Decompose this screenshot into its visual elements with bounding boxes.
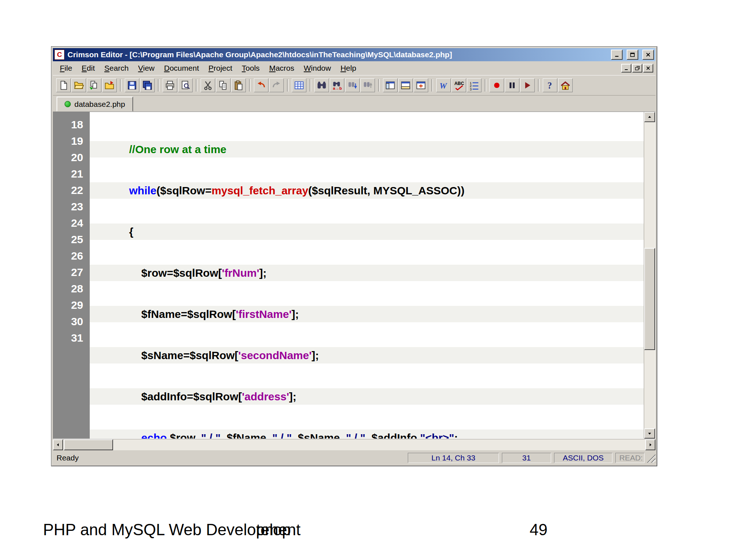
new-file-button[interactable] <box>56 78 71 92</box>
title-bar[interactable]: C Crimson Editor - [C:\Program Files\Apa… <box>53 48 655 61</box>
toolbar: a→b W ABC 123 <box>53 75 655 96</box>
reload-file-button[interactable] <box>87 78 101 92</box>
menu-search[interactable]: Search <box>100 62 133 74</box>
window-resize-grip[interactable] <box>646 453 655 463</box>
vertical-scroll-track[interactable] <box>644 122 655 428</box>
status-encoding: ASCII, DOS <box>554 453 612 463</box>
scroll-right-button[interactable] <box>645 439 655 450</box>
menu-window[interactable]: Window <box>299 62 336 74</box>
printer-icon <box>165 80 175 90</box>
menu-document[interactable]: Document <box>159 62 204 74</box>
print-preview-button[interactable] <box>178 78 193 92</box>
code-segment: echo <box>93 432 167 439</box>
tab-database2-php[interactable]: database2.php <box>57 97 133 112</box>
binoculars-down-icon <box>347 80 357 90</box>
line-number: 24 <box>53 215 90 231</box>
record-macro-button[interactable] <box>489 78 504 92</box>
toggle-project-pane-button[interactable] <box>383 78 398 92</box>
find-next-button[interactable] <box>345 78 360 92</box>
menu-project[interactable]: Project <box>204 62 237 74</box>
play-macro-button[interactable] <box>520 78 535 92</box>
undo-button[interactable] <box>254 78 268 92</box>
home-button[interactable] <box>558 78 573 92</box>
code-line: //One row at a time <box>90 141 644 158</box>
copy-icon <box>218 80 228 90</box>
open-file-button[interactable] <box>71 78 86 92</box>
close-icon <box>646 66 651 71</box>
find-button[interactable] <box>314 78 329 92</box>
horizontal-scrollbar[interactable] <box>53 439 655 450</box>
toggle-output-pane-button[interactable] <box>398 78 413 92</box>
arrow-right-icon <box>648 443 653 447</box>
print-button[interactable] <box>163 78 177 92</box>
redo-arrow-icon <box>271 80 282 90</box>
paste-button[interactable] <box>231 78 246 92</box>
copy-button[interactable] <box>216 78 231 92</box>
code-text-area[interactable]: //One row at a time while($sqlRow=mysql_… <box>90 112 644 439</box>
horizontal-scroll-track[interactable] <box>63 439 645 450</box>
menu-macros[interactable]: Macros <box>264 62 299 74</box>
word-wrap-button[interactable]: W <box>436 78 451 92</box>
code-segment: $sName=$sqlRow[ <box>93 349 238 361</box>
editor-area[interactable]: 18 19 20 21 22 23 24 25 26 27 28 29 30 3… <box>53 112 655 439</box>
line-number: 23 <box>53 198 90 215</box>
redo-button[interactable] <box>269 78 284 92</box>
find-previous-button[interactable] <box>360 78 375 92</box>
status-total-lines: 31 <box>502 453 551 463</box>
save-button[interactable] <box>125 78 139 92</box>
full-screen-button[interactable] <box>414 78 428 92</box>
toolbar-separator <box>120 79 121 92</box>
vertical-scrollbar[interactable] <box>644 112 655 439</box>
code-segment: 'firstName' <box>236 308 292 320</box>
mdi-minimize-button[interactable] <box>621 64 631 73</box>
vertical-scroll-thumb[interactable] <box>644 248 655 350</box>
line-number: 22 <box>53 182 90 198</box>
code-segment: . $sName. <box>292 432 346 439</box>
save-all-button[interactable] <box>140 78 155 92</box>
menu-help[interactable]: Help <box>336 62 361 74</box>
binoculars-up-icon <box>363 80 373 90</box>
scroll-left-button[interactable] <box>53 439 63 450</box>
line-number: 28 <box>53 280 90 297</box>
code-segment: ($sqlRow= <box>156 184 212 197</box>
code-segment: while <box>93 184 156 197</box>
save-icon <box>127 80 137 90</box>
mdi-restore-button[interactable] <box>632 64 642 73</box>
spell-check-button[interactable]: ABC <box>452 78 466 92</box>
minimize-button[interactable] <box>611 50 623 60</box>
close-icon <box>645 52 651 58</box>
toolbar-separator <box>249 79 251 92</box>
tab-bar: database2.php <box>53 96 655 112</box>
mdi-close-button[interactable] <box>643 64 653 73</box>
horizontal-scroll-thumb[interactable] <box>64 439 113 450</box>
scroll-down-button[interactable] <box>644 428 655 439</box>
menu-tools[interactable]: Tools <box>237 62 264 74</box>
line-number: 29 <box>53 297 90 313</box>
find-replace-button[interactable]: a→b <box>330 78 344 92</box>
cut-button[interactable] <box>201 78 215 92</box>
pause-macro-button[interactable] <box>505 78 519 92</box>
code-segment: { <box>93 226 133 238</box>
code-segment: 'frNum' <box>222 267 259 279</box>
scroll-up-button[interactable] <box>644 112 655 122</box>
menu-edit[interactable]: Edit <box>77 62 100 74</box>
menu-view[interactable]: View <box>133 62 159 74</box>
svg-text:a→b: a→b <box>333 86 342 90</box>
code-segment: $addInfo=$sqlRow[ <box>93 390 242 402</box>
code-line: $sName=$sqlRow['secondName']; <box>90 347 644 363</box>
code-line: $fName=$sqlRow['firstName']; <box>90 306 644 322</box>
select-column-button[interactable] <box>292 78 306 92</box>
code-segment: ]; <box>311 349 319 361</box>
code-segment: ; <box>454 432 458 439</box>
numbered-list-icon: 123 <box>469 80 479 90</box>
help-button[interactable]: ? <box>543 78 557 92</box>
code-line: $addInfo=$sqlRow['address']; <box>90 388 644 405</box>
menu-file[interactable]: File <box>55 62 77 74</box>
close-button[interactable] <box>642 50 654 60</box>
folder-arrow-icon <box>104 80 115 90</box>
open-workspace-button[interactable] <box>102 78 117 92</box>
toolbar-separator <box>485 79 486 92</box>
macro-list-button[interactable]: 123 <box>467 78 481 92</box>
maximize-icon <box>630 52 635 58</box>
maximize-button[interactable] <box>627 50 638 60</box>
